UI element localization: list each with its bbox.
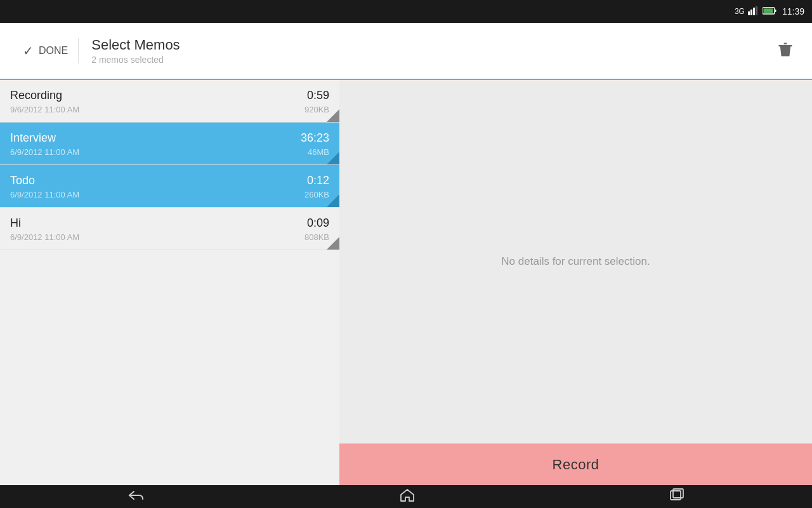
header-title-area: Select Memos 2 memos selected bbox=[91, 37, 771, 65]
memo-item-hi[interactable]: Hi 0:09 6/9/2012 11:00 AM 808KB bbox=[0, 208, 339, 250]
page-title: Select Memos bbox=[91, 37, 771, 53]
memo-name: Recording bbox=[10, 89, 62, 102]
corner-indicator bbox=[327, 152, 339, 164]
memo-size: 260KB bbox=[304, 190, 329, 199]
memo-item-todo[interactable]: Todo 0:12 6/9/2012 11:00 AM 260KB bbox=[0, 165, 339, 208]
status-icons: 3G 11:39 bbox=[735, 6, 804, 17]
memo-date: 6/9/2012 11:00 AM bbox=[10, 147, 79, 157]
battery-icon bbox=[763, 7, 776, 17]
memo-size: 46MB bbox=[308, 147, 329, 157]
svg-rect-5 bbox=[775, 10, 776, 12]
memo-name: Hi bbox=[10, 217, 21, 230]
memo-date: 6/9/2012 11:00 AM bbox=[10, 190, 79, 199]
svg-rect-0 bbox=[748, 11, 750, 15]
svg-rect-2 bbox=[753, 8, 755, 15]
nav-bar bbox=[0, 485, 812, 508]
memo-duration: 36:23 bbox=[301, 131, 329, 145]
memo-item-recording[interactable]: Recording 0:59 9/6/2012 11:00 AM 920KB bbox=[0, 80, 339, 123]
check-icon: ✓ bbox=[23, 43, 34, 58]
record-button-container: Record bbox=[339, 443, 812, 485]
svg-rect-8 bbox=[673, 489, 683, 498]
memo-size: 808KB bbox=[304, 232, 329, 242]
corner-indicator bbox=[327, 109, 339, 122]
memo-duration: 0:09 bbox=[307, 217, 329, 230]
back-button[interactable] bbox=[102, 486, 171, 507]
details-area: No details for current selection. bbox=[339, 80, 812, 443]
time-display: 11:39 bbox=[782, 6, 804, 17]
memo-name: Interview bbox=[10, 131, 56, 145]
corner-indicator bbox=[327, 194, 339, 207]
memo-size: 920KB bbox=[304, 105, 329, 114]
header: ✓ DONE Select Memos 2 memos selected bbox=[0, 23, 812, 80]
svg-rect-6 bbox=[763, 8, 773, 13]
memo-item-interview[interactable]: Interview 36:23 6/9/2012 11:00 AM 46MB bbox=[0, 123, 339, 165]
corner-indicator bbox=[327, 237, 339, 250]
record-button[interactable]: Record bbox=[339, 444, 812, 485]
list-panel: Recording 0:59 9/6/2012 11:00 AM 920KB I… bbox=[0, 80, 339, 485]
memo-date: 6/9/2012 11:00 AM bbox=[10, 232, 79, 242]
no-details-message: No details for current selection. bbox=[501, 255, 650, 268]
memo-date: 9/6/2012 11:00 AM bbox=[10, 105, 79, 114]
svg-rect-7 bbox=[671, 491, 681, 500]
selection-count: 2 memos selected bbox=[91, 55, 771, 65]
right-panel: No details for current selection. Record bbox=[339, 80, 812, 485]
signal-icon: 3G bbox=[735, 7, 745, 16]
delete-button[interactable] bbox=[771, 36, 799, 66]
main-content: Recording 0:59 9/6/2012 11:00 AM 920KB I… bbox=[0, 80, 812, 485]
memo-duration: 0:59 bbox=[307, 89, 329, 102]
memo-name: Todo bbox=[10, 174, 35, 187]
status-bar: 3G 11:39 bbox=[0, 0, 812, 23]
done-button[interactable]: ✓ DONE bbox=[13, 38, 79, 64]
done-label: DONE bbox=[39, 45, 68, 57]
svg-rect-1 bbox=[750, 10, 752, 15]
memo-duration: 0:12 bbox=[307, 174, 329, 187]
home-button[interactable] bbox=[374, 486, 440, 508]
signal-bars bbox=[748, 6, 759, 17]
recents-button[interactable] bbox=[644, 486, 710, 508]
svg-rect-3 bbox=[756, 6, 757, 15]
trash-icon bbox=[776, 41, 794, 58]
